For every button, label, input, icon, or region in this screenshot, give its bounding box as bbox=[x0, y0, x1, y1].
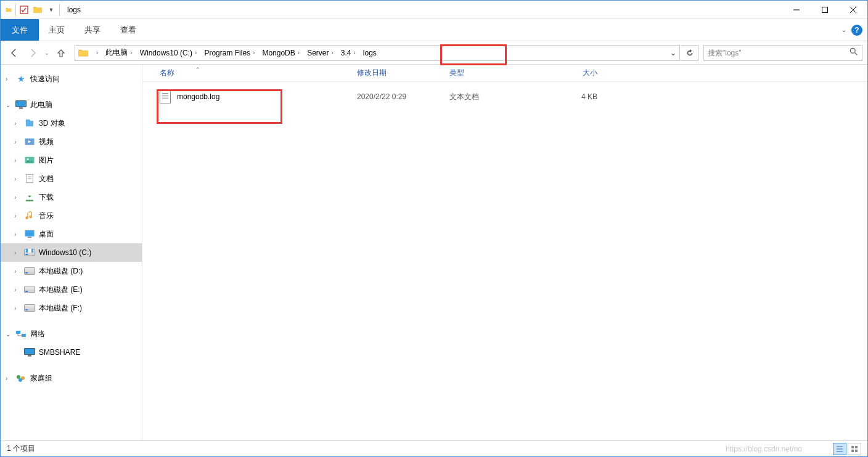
sidebar-item-label: 本地磁盘 (E:) bbox=[39, 285, 83, 295]
sidebar-item-label: 本地磁盘 (D:) bbox=[39, 266, 83, 277]
svg-point-10 bbox=[27, 158, 29, 160]
network-icon bbox=[15, 328, 27, 339]
qat-customize-dropdown[interactable]: ▼ bbox=[44, 7, 58, 13]
sidebar-item-desktop[interactable]: ›桌面 bbox=[1, 225, 142, 243]
search-input[interactable] bbox=[708, 49, 850, 57]
chevron-right-icon[interactable]: › bbox=[6, 76, 13, 83]
qat-new-folder-icon[interactable] bbox=[31, 5, 44, 15]
qat-properties-icon[interactable] bbox=[17, 6, 31, 14]
crumb-logs[interactable]: logs bbox=[361, 46, 379, 60]
large-icons-view-button[interactable] bbox=[848, 443, 861, 455]
title-divider bbox=[59, 4, 60, 16]
music-icon bbox=[24, 210, 35, 221]
chevron-down-icon[interactable]: ⌄ bbox=[6, 331, 13, 338]
sidebar-item-label: Windows10 (C:) bbox=[39, 248, 91, 257]
file-row[interactable]: mongodb.log 2020/2/22 0:29 文本文档 4 KB bbox=[142, 87, 867, 107]
window-title: logs bbox=[67, 6, 81, 14]
sidebar-item-drive-c[interactable]: ›Windows10 (C:) bbox=[1, 243, 142, 262]
sidebar-item-music[interactable]: ›音乐 bbox=[1, 206, 142, 225]
crumb-this-pc[interactable]: 此电脑› bbox=[103, 46, 137, 60]
desktop-icon bbox=[24, 228, 35, 240]
documents-icon bbox=[24, 173, 35, 184]
sidebar-item-drive-f[interactable]: ›本地磁盘 (F:) bbox=[1, 299, 142, 317]
sidebar-item-3d-objects[interactable]: ›3D 对象 bbox=[1, 114, 142, 132]
sidebar-item-label: 下载 bbox=[39, 192, 54, 203]
computer-icon bbox=[24, 347, 35, 358]
tab-share[interactable]: 共享 bbox=[75, 19, 110, 41]
videos-icon bbox=[24, 136, 35, 147]
sidebar-item-drive-d[interactable]: ›本地磁盘 (D:) bbox=[1, 262, 142, 280]
file-name: mongodb.log bbox=[177, 92, 219, 101]
svg-rect-28 bbox=[851, 450, 854, 452]
svg-rect-14 bbox=[25, 230, 35, 237]
sidebar-item-drive-e[interactable]: ›本地磁盘 (E:) bbox=[1, 280, 142, 299]
tab-view[interactable]: 查看 bbox=[110, 19, 146, 41]
details-view-button[interactable] bbox=[833, 443, 846, 455]
svg-point-5 bbox=[850, 48, 855, 53]
search-box[interactable] bbox=[703, 45, 862, 61]
sidebar-item-label: 快速访问 bbox=[30, 74, 60, 84]
recent-locations-dropdown[interactable]: ⌄ bbox=[43, 44, 51, 62]
sidebar-item-downloads[interactable]: ›下载 bbox=[1, 188, 142, 206]
sidebar-item-label: 3D 对象 bbox=[39, 118, 65, 129]
svg-rect-2 bbox=[822, 7, 828, 12]
file-list-pane: 名称⌃ 修改日期 类型 大小 mongodb.log 2020/2/22 0:2… bbox=[142, 65, 867, 440]
svg-point-22 bbox=[18, 378, 22, 382]
ribbon-collapse-icon[interactable]: ⌄ bbox=[841, 26, 846, 33]
title-bar: ▼ logs bbox=[1, 1, 867, 19]
chevron-down-icon[interactable]: ⌄ bbox=[6, 102, 13, 108]
sidebar-item-label: 桌面 bbox=[39, 229, 54, 240]
chevron-right-icon[interactable]: › bbox=[6, 375, 13, 382]
crumb-drive-c[interactable]: Windows10 (C:)› bbox=[137, 46, 202, 60]
help-icon[interactable]: ? bbox=[851, 25, 862, 36]
sidebar-quick-access[interactable]: › ★ 快速访问 bbox=[1, 70, 142, 88]
status-bar: 1 个项目 https://blog.csdn.net/no bbox=[1, 440, 867, 456]
column-date[interactable]: 修改日期 bbox=[357, 68, 449, 78]
svg-rect-27 bbox=[855, 446, 858, 448]
minimize-button[interactable] bbox=[782, 1, 811, 19]
file-type: 文本文档 bbox=[449, 92, 542, 102]
sidebar-homegroup[interactable]: › 家庭组 bbox=[1, 369, 142, 387]
close-button[interactable] bbox=[839, 1, 867, 19]
crumb-chevron-root[interactable]: › bbox=[91, 46, 103, 60]
crumb-program-files[interactable]: Program Files› bbox=[202, 46, 260, 60]
column-type[interactable]: 类型 bbox=[449, 68, 542, 78]
sidebar-item-pictures[interactable]: ›图片 bbox=[1, 151, 142, 169]
ribbon: 文件 主页 共享 查看 ⌄ ? bbox=[1, 19, 867, 41]
sidebar-item-label: 视频 bbox=[39, 137, 54, 147]
refresh-button[interactable] bbox=[681, 45, 698, 61]
drive-icon bbox=[24, 302, 35, 313]
back-button[interactable] bbox=[6, 44, 23, 62]
pictures-icon bbox=[24, 155, 35, 166]
maximize-button[interactable] bbox=[811, 1, 839, 19]
tab-home[interactable]: 主页 bbox=[39, 19, 75, 41]
crumb-server[interactable]: Server› bbox=[305, 46, 338, 60]
sidebar-network[interactable]: ⌄ 网络 bbox=[1, 325, 142, 343]
main-content: › ★ 快速访问 ⌄ 此电脑 ›3D 对象 ›视频 ›图片 ›文档 ›下载 ›音… bbox=[1, 65, 867, 440]
sidebar-item-label: 家庭组 bbox=[30, 373, 52, 384]
svg-rect-29 bbox=[855, 450, 858, 452]
column-name[interactable]: 名称⌃ bbox=[160, 68, 357, 78]
status-item-count: 1 个项目 bbox=[7, 443, 35, 454]
column-size[interactable]: 大小 bbox=[542, 68, 597, 78]
crumb-version[interactable]: 3.4› bbox=[338, 46, 361, 60]
sidebar-item-smbshare[interactable]: SMBSHARE bbox=[1, 343, 142, 362]
up-button[interactable] bbox=[52, 44, 70, 62]
star-icon: ★ bbox=[15, 73, 27, 84]
address-dropdown-icon[interactable]: ⌄ bbox=[667, 49, 679, 57]
view-mode-buttons bbox=[833, 443, 861, 455]
drive-icon bbox=[24, 247, 35, 258]
search-icon[interactable] bbox=[850, 47, 858, 58]
sidebar-item-label: SMBSHARE bbox=[39, 348, 80, 357]
forward-button[interactable] bbox=[24, 44, 41, 62]
sidebar-item-label: 本地磁盘 (F:) bbox=[39, 303, 82, 313]
sidebar-item-label: 网络 bbox=[30, 329, 45, 339]
sort-ascending-icon: ⌃ bbox=[195, 67, 200, 73]
file-tab[interactable]: 文件 bbox=[1, 19, 39, 41]
folder-icon bbox=[24, 118, 35, 129]
sidebar-this-pc[interactable]: ⌄ 此电脑 bbox=[1, 95, 142, 114]
address-bar[interactable]: › 此电脑› Windows10 (C:)› Program Files› Mo… bbox=[75, 45, 680, 61]
crumb-mongodb[interactable]: MongoDB› bbox=[260, 46, 305, 60]
sidebar-item-documents[interactable]: ›文档 bbox=[1, 169, 142, 188]
sidebar-item-videos[interactable]: ›视频 bbox=[1, 132, 142, 151]
